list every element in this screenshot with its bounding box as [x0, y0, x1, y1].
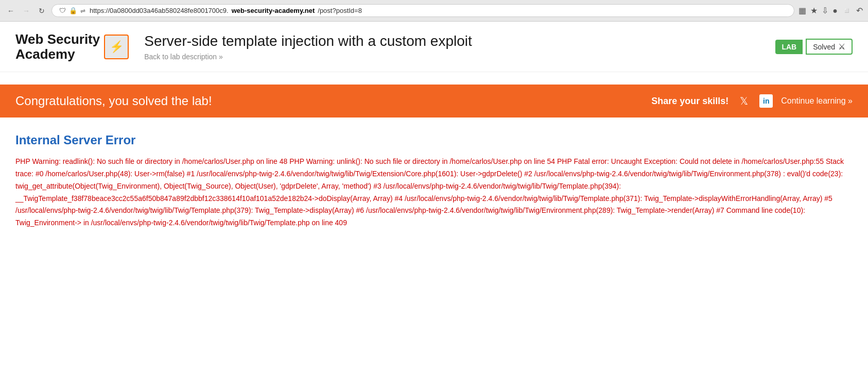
solved-label: Solved: [813, 43, 835, 51]
extensions-icon[interactable]: ◽: [842, 6, 852, 15]
url-path: /post?postId=8: [318, 7, 362, 14]
header-gap: [0, 72, 868, 85]
lab-title: Server-side template injection with a cu…: [144, 33, 775, 49]
twitter-icon[interactable]: 𝕏: [737, 94, 751, 108]
lab-badge: LAB: [775, 40, 803, 54]
lab-title-area: Server-side template injection with a cu…: [144, 33, 775, 61]
url-domain: web-security-academy.net: [232, 7, 315, 14]
congrats-text: Congratulations, you solved the lab!: [15, 94, 212, 108]
logo-text: Web Security Academy: [15, 32, 100, 61]
logo-line2: Academy: [15, 46, 75, 62]
browser-actions: ▦ ★ ⇩ ● ◽ ↶: [798, 6, 863, 15]
url-prefix: https://0a0800dd03a46ab580248fe8001700c9…: [90, 7, 229, 14]
bookmark-icon[interactable]: ★: [810, 6, 818, 15]
back-to-lab-link[interactable]: Back to lab description »: [144, 53, 775, 61]
share-text: Share your skills!: [651, 96, 728, 107]
undo-icon[interactable]: ↶: [856, 6, 863, 15]
lab-status: LAB Solved ⚔: [775, 39, 853, 55]
error-heading: Internal Server Error: [15, 133, 853, 147]
flask-icon: ⚔: [838, 42, 845, 52]
continue-learning-link[interactable]: Continue learning »: [781, 96, 853, 106]
logo-area: Web Security Academy ⚡: [15, 32, 129, 61]
address-bar[interactable]: 🛡 🔒 ⇌ https://0a0800dd03a46ab580248fe800…: [51, 4, 794, 17]
congrats-banner: Congratulations, you solved the lab! Sha…: [0, 85, 868, 118]
download-icon[interactable]: ⇩: [822, 6, 828, 15]
reload-button[interactable]: ↻: [36, 5, 47, 16]
solved-badge: Solved ⚔: [806, 39, 853, 55]
main-content: Internal Server Error PHP Warning: readl…: [0, 118, 868, 245]
profile-icon[interactable]: ●: [832, 6, 838, 15]
qr-icon[interactable]: ▦: [798, 6, 806, 15]
banner-right: Share your skills! 𝕏 in Continue learnin…: [651, 94, 853, 108]
linkedin-icon[interactable]: in: [759, 94, 773, 108]
back-button[interactable]: ←: [5, 5, 16, 16]
browser-chrome: ← → ↻ 🛡 🔒 ⇌ https://0a0800dd03a46ab58024…: [0, 0, 868, 22]
page-header: Web Security Academy ⚡ Server-side templ…: [0, 22, 868, 72]
forward-button[interactable]: →: [21, 5, 32, 16]
error-body: PHP Warning: readlink(): No such file or…: [15, 156, 853, 229]
logo-icon: ⚡: [104, 35, 129, 59]
logo-line1: Web Security: [15, 31, 100, 47]
